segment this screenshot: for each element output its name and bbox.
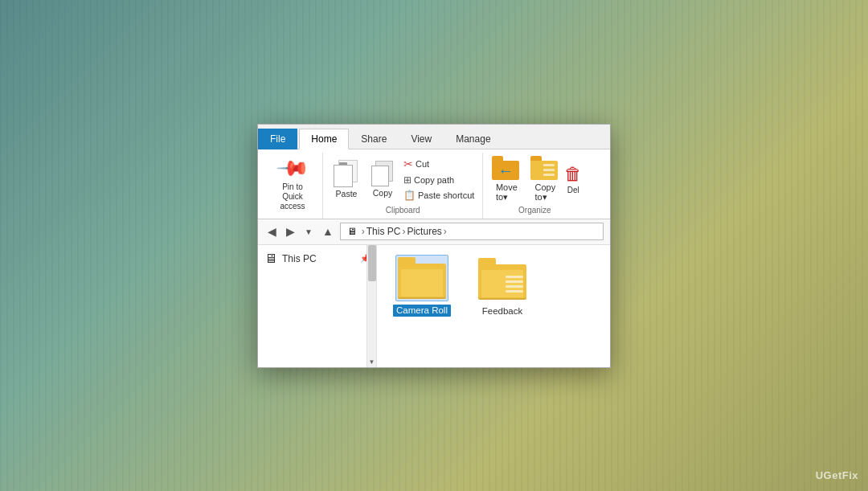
forward-button[interactable]: ▶ [283, 223, 298, 239]
ribbon-group-organize: ← Moveto▾ [483, 153, 586, 219]
tab-home[interactable]: Home [299, 129, 349, 149]
nav-item-this-pc[interactable]: 🖥 This PC 📌 [258, 248, 376, 269]
ribbon-group-clipboard: Paste Copy ✂ Cut [323, 153, 483, 219]
recent-locations-button[interactable]: ▼ [301, 226, 316, 238]
pin-icon: 📌 [275, 150, 311, 186]
move-to-button[interactable]: ← Moveto▾ [488, 154, 525, 204]
address-path[interactable]: 🖥 › This PC › Pictures › [340, 223, 604, 240]
scrollbar-arrow-down[interactable]: ▼ [367, 358, 376, 367]
nav-pane: 🖥 This PC 📌 ▲ ▼ [258, 245, 377, 367]
delete-button[interactable]: 🗑 Del [565, 162, 581, 196]
copy-path-icon: ⊞ [403, 174, 411, 186]
paste-label: Paste [336, 189, 358, 198]
path-this-pc: This PC [366, 226, 401, 237]
folder-feedback-icon [478, 258, 526, 300]
tab-manage[interactable]: Manage [444, 129, 502, 149]
content-pane: Camera Roll [377, 245, 610, 367]
ribbon-group-pin: 📌 Pin to Quickaccess [263, 153, 323, 219]
ribbon-tabs: File Home Share View Manage [258, 125, 610, 149]
folder-lines [506, 276, 523, 295]
copy-to-icon [530, 156, 559, 182]
copy-to-button[interactable]: Copyto▾ [526, 154, 563, 204]
paste-shortcut-label: Paste shortcut [418, 190, 474, 200]
path-icon: 🖥 [347, 226, 357, 237]
folder-camera-roll-container [395, 255, 448, 301]
folder-camera-roll-icon [398, 257, 446, 299]
copy-to-label: Copyto▾ [534, 182, 555, 203]
scissors-icon: ✂ [403, 158, 413, 170]
move-to-icon: ← [492, 156, 521, 182]
ribbon-content: 📌 Pin to Quickaccess P [258, 149, 610, 219]
delete-label: Del [567, 186, 579, 194]
move-to-label: Moveto▾ [496, 182, 518, 203]
this-pc-label: This PC [282, 253, 317, 264]
paste-shortcut-button[interactable]: 📋 Paste shortcut [400, 188, 477, 203]
path-sep-1: › [362, 226, 365, 237]
tab-view[interactable]: View [399, 129, 444, 149]
delete-icon: 🗑 [565, 164, 581, 185]
watermark: UGetFix [816, 469, 858, 481]
folder-camera-roll[interactable]: Camera Roll [390, 255, 454, 317]
scrollbar-thumb[interactable] [368, 245, 376, 282]
path-sep-2: › [402, 226, 405, 237]
clipboard-group-label [268, 213, 317, 217]
clipboard-label: Clipboard [328, 204, 477, 217]
copy-label: Copy [373, 188, 393, 198]
paste-shortcut-icon: 📋 [403, 190, 416, 201]
address-bar: ◀ ▶ ▼ ▲ 🖥 › This PC › Pictures › [258, 219, 610, 245]
file-explorer-window: File Home Share View Manage 📌 Pin to Qui… [257, 124, 611, 368]
tab-file[interactable]: File [258, 129, 297, 149]
folder-feedback-container [475, 255, 530, 303]
tab-share[interactable]: Share [349, 129, 399, 149]
folder-camera-roll-label: Camera Roll [393, 305, 451, 317]
cut-label: Cut [416, 159, 429, 169]
computer-icon: 🖥 [264, 252, 277, 266]
organize-label: Organize [488, 204, 581, 217]
clipboard-small-buttons: ✂ Cut ⊞ Copy path 📋 Paste shortcut [400, 154, 477, 204]
copy-button[interactable]: Copy [366, 154, 399, 204]
paste-button[interactable]: Paste [328, 154, 365, 204]
cut-button[interactable]: ✂ Cut [400, 156, 477, 172]
path-pictures: Pictures [407, 226, 441, 237]
nav-scrollbar[interactable]: ▲ ▼ [366, 245, 376, 367]
main-area: 🖥 This PC 📌 ▲ ▼ [258, 245, 610, 367]
paste-icon [334, 160, 359, 187]
path-sep-3: › [444, 226, 447, 237]
back-button[interactable]: ◀ [264, 223, 280, 239]
copy-path-label: Copy path [414, 175, 454, 185]
copy-path-button[interactable]: ⊞ Copy path [400, 173, 477, 187]
pin-to-quick-access-button[interactable]: 📌 Pin to Quickaccess [268, 154, 317, 213]
folder-feedback-label: Feedback [482, 306, 523, 317]
folder-feedback[interactable]: Feedback [470, 255, 534, 317]
up-button[interactable]: ▲ [319, 223, 337, 239]
copy-icon [371, 161, 394, 186]
